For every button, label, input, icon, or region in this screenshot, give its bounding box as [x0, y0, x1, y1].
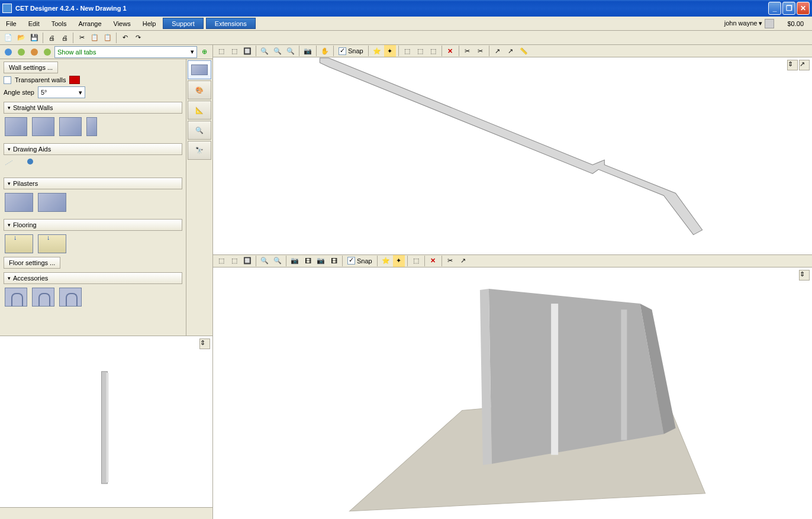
- transparent-walls-label: Transparent walls: [15, 76, 66, 83]
- nav-right-icon[interactable]: [41, 46, 53, 58]
- section-straight-walls[interactable]: Straight Walls: [4, 102, 182, 114]
- side-tab-binoculars[interactable]: 🔭: [188, 141, 211, 160]
- undo-icon[interactable]: [119, 32, 131, 44]
- floor-thumb-1[interactable]: [5, 234, 33, 253]
- print-icon[interactable]: [46, 32, 57, 44]
- highlight-icon[interactable]: ✦: [384, 45, 396, 57]
- wall-thumb-4[interactable]: [86, 117, 97, 136]
- view-2d[interactable]: ⇕ ↗: [213, 57, 812, 255]
- group-icon[interactable]: ⬚: [401, 45, 413, 57]
- menu-arrange[interactable]: Arrange: [72, 17, 107, 30]
- pan-icon[interactable]: [319, 45, 331, 57]
- paste-icon[interactable]: [102, 32, 114, 44]
- door-thumb-1[interactable]: [5, 288, 27, 307]
- preview-expand-icon[interactable]: ⇕: [199, 339, 210, 349]
- delete-icon[interactable]: [444, 45, 456, 57]
- zoom-out-icon[interactable]: [272, 45, 283, 57]
- render4-icon[interactable]: 🎞: [328, 255, 340, 267]
- side-tab-search[interactable]: 🔍: [188, 121, 211, 140]
- view3d-expand-icon[interactable]: ⇕: [799, 270, 810, 281]
- move3d-icon[interactable]: [457, 255, 469, 267]
- redo-icon[interactable]: [132, 32, 144, 44]
- wall-settings-button[interactable]: Wall settings ...: [4, 62, 58, 73]
- copy-icon[interactable]: [89, 32, 101, 44]
- fav3d-icon[interactable]: [380, 255, 392, 267]
- view2d-expand-icon[interactable]: ⇕: [787, 60, 798, 70]
- menu-file[interactable]: File: [0, 17, 22, 30]
- section-drawing-aids[interactable]: Drawing Aids: [4, 143, 182, 155]
- door-thumb-3[interactable]: [59, 288, 82, 307]
- explode-icon[interactable]: ⬚: [410, 255, 422, 267]
- snap-checkbox-2d[interactable]: Snap: [336, 47, 366, 55]
- menu-tools[interactable]: Tools: [46, 17, 73, 30]
- section-pilasters[interactable]: Pilasters: [4, 178, 182, 189]
- trim3d-icon[interactable]: [444, 255, 456, 267]
- section-flooring[interactable]: Flooring: [4, 219, 182, 231]
- pilaster-thumb-1[interactable]: [5, 193, 33, 212]
- maximize-button[interactable]: ❐: [782, 2, 795, 15]
- ruler-icon[interactable]: [518, 45, 530, 57]
- floor-settings-button[interactable]: Floor settings ...: [4, 257, 60, 269]
- zoom3d-in-icon[interactable]: [259, 255, 270, 267]
- delete3d-icon[interactable]: [427, 255, 439, 267]
- angle-step-combo[interactable]: 5°: [38, 86, 85, 98]
- close-button[interactable]: ✕: [797, 2, 810, 15]
- support-button[interactable]: Support: [163, 18, 204, 29]
- floor-thumb-2[interactable]: [38, 234, 66, 253]
- zoom3d-out-icon[interactable]: [272, 255, 283, 267]
- door-thumb-2[interactable]: [32, 288, 54, 307]
- render1-icon[interactable]: 📷: [289, 255, 301, 267]
- new-icon[interactable]: [2, 32, 14, 44]
- nav-down-icon[interactable]: [2, 46, 14, 58]
- extend-icon[interactable]: [475, 45, 486, 57]
- open-icon[interactable]: [15, 32, 27, 44]
- menu-views[interactable]: Views: [108, 17, 137, 30]
- highlight3d-icon[interactable]: ✦: [393, 255, 405, 267]
- aid-point-icon[interactable]: [27, 159, 33, 170]
- zoom-window-icon[interactable]: [285, 45, 297, 57]
- user-dropdown[interactable]: john wayne ▾: [720, 17, 779, 30]
- favorites-icon[interactable]: [371, 45, 383, 57]
- save-icon[interactable]: [28, 32, 40, 44]
- camera-icon[interactable]: 📷: [302, 45, 314, 57]
- select3d-icon[interactable]: ⬚: [215, 255, 227, 267]
- select-all-icon[interactable]: ⬚: [228, 45, 240, 57]
- nav-up-icon[interactable]: [15, 46, 27, 58]
- aid-line-icon[interactable]: [5, 159, 22, 170]
- dimension2-icon[interactable]: [505, 45, 517, 57]
- snap-checkbox-3d[interactable]: Snap: [345, 257, 375, 265]
- align-icon[interactable]: ⬚: [427, 45, 439, 57]
- zoom-fit-icon[interactable]: [241, 45, 253, 57]
- section-accessories[interactable]: Accessories: [4, 272, 182, 284]
- trim-icon[interactable]: [462, 45, 473, 57]
- cut-icon[interactable]: [76, 32, 88, 44]
- side-tab-wall[interactable]: [188, 60, 211, 79]
- render3-icon[interactable]: 📷: [315, 255, 327, 267]
- print-preview-icon[interactable]: [59, 32, 70, 44]
- side-tab-materials[interactable]: 🎨: [188, 80, 211, 99]
- zoom3d-fit-icon[interactable]: [241, 255, 253, 267]
- wall-color-swatch[interactable]: [69, 76, 80, 84]
- tabs-combo[interactable]: Show all tabs: [54, 46, 197, 58]
- select-icon[interactable]: ⬚: [215, 45, 227, 57]
- menu-edit[interactable]: Edit: [22, 17, 46, 30]
- pilaster-thumb-2[interactable]: [38, 193, 66, 212]
- wall-thumb-2[interactable]: [32, 117, 54, 136]
- add-tab-icon[interactable]: ⊕: [198, 46, 210, 58]
- select3d-all-icon[interactable]: ⬚: [228, 255, 240, 267]
- extensions-button[interactable]: Extensions: [206, 18, 256, 29]
- nav-left-icon[interactable]: [28, 46, 40, 58]
- ungroup-icon[interactable]: ⬚: [414, 45, 426, 57]
- render2-icon[interactable]: 🎞: [302, 255, 314, 267]
- transparent-walls-checkbox[interactable]: [4, 76, 11, 84]
- menu-help[interactable]: Help: [137, 17, 162, 30]
- wall-thumb-3[interactable]: [59, 117, 82, 136]
- window-title: CET Designer 4.2.4 - New Drawing 1: [15, 5, 768, 12]
- view2d-menu-icon[interactable]: ↗: [799, 60, 810, 70]
- dimension-icon[interactable]: [492, 45, 504, 57]
- side-tab-measure[interactable]: 📐: [188, 101, 211, 120]
- view-3d[interactable]: ⇕: [213, 267, 812, 519]
- minimize-button[interactable]: _: [768, 2, 781, 15]
- zoom-in-icon[interactable]: [259, 45, 270, 57]
- wall-thumb-1[interactable]: [5, 117, 27, 136]
